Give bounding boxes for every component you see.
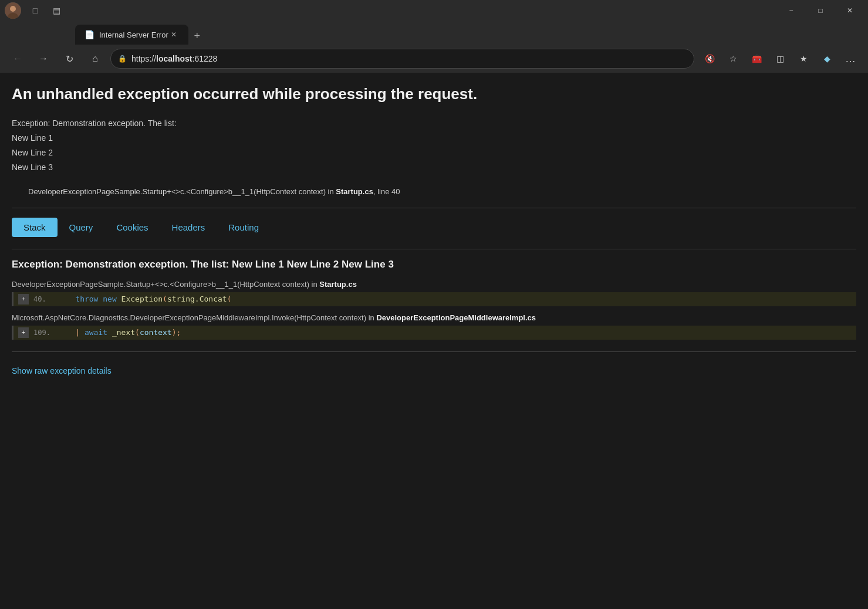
- title-bar: □ ▤ − □ ✕: [0, 0, 868, 21]
- tab-query[interactable]: Query: [58, 218, 105, 237]
- tab-routing[interactable]: Routing: [217, 218, 271, 237]
- back-button[interactable]: ←: [7, 48, 28, 69]
- exception-file: Startup.cs: [336, 187, 373, 196]
- url-port: :61228: [192, 54, 218, 63]
- exception-line-1: New Line 1: [12, 131, 856, 146]
- stack-section: Exception: Demonstration exception. The …: [12, 259, 856, 340]
- maximize-button[interactable]: □: [807, 1, 834, 20]
- home-button[interactable]: ⌂: [85, 48, 106, 69]
- tab-stack[interactable]: Stack: [12, 218, 58, 237]
- fn-concat: string.Concat: [167, 295, 227, 303]
- code-block-2: + 109. | await _next(context);: [12, 326, 856, 340]
- stack-frame-1-location: DeveloperExceptionPageSample.Startup+<>c…: [12, 280, 319, 289]
- exception-prefix: Exception: Demonstration exception. The …: [12, 116, 856, 131]
- tab-menu-button[interactable]: ▤: [47, 2, 66, 19]
- exception-line-number: line 40: [377, 187, 400, 196]
- tab-headers[interactable]: Headers: [160, 218, 217, 237]
- stack-frame-2: Microsoft.AspNetCore.Diagnostics.Develop…: [12, 311, 856, 340]
- code-content-1: throw new Exception(string.Concat(: [57, 295, 231, 303]
- exception-location: DeveloperExceptionPageSample.Startup+<>c…: [28, 187, 856, 196]
- exception-line-2: New Line 2: [12, 146, 856, 160]
- minimize-button[interactable]: −: [778, 1, 805, 20]
- window-controls: − □ ✕: [778, 1, 863, 20]
- code-line-2: + 109. | await _next(context);: [13, 326, 856, 340]
- stack-frame-1: DeveloperExceptionPageSample.Startup+<>c…: [12, 278, 856, 306]
- tab-close-button[interactable]: ✕: [168, 29, 179, 40]
- tab-navigation: Stack Query Cookies Headers Routing: [12, 218, 856, 237]
- copilot-button[interactable]: ◆: [816, 48, 837, 69]
- expand-button-2[interactable]: +: [18, 327, 29, 338]
- code-block-1: + 40. throw new Exception(string.Concat(: [12, 292, 856, 306]
- browser-tab[interactable]: 📄 Internal Server Error ✕: [75, 25, 188, 45]
- divider-1: [12, 208, 856, 208]
- code-content-2: | await _next(context);: [57, 328, 181, 337]
- more-button[interactable]: …: [840, 48, 861, 69]
- stack-exception-title: Exception: Demonstration exception. The …: [12, 259, 856, 270]
- collections-button[interactable]: ★: [793, 48, 814, 69]
- address-bar[interactable]: 🔒 https://localhost:61228: [110, 49, 694, 69]
- keyword-throw: throw: [75, 295, 98, 303]
- extensions-button[interactable]: 🧰: [746, 48, 767, 69]
- show-raw-exception-link[interactable]: Show raw exception details: [12, 366, 112, 375]
- page-content: An unhandled exception occurred while pr…: [0, 73, 868, 542]
- split-view-button[interactable]: ◫: [769, 48, 791, 69]
- tab-bar: 📄 Internal Server Error ✕ +: [0, 21, 868, 45]
- new-tab-button[interactable]: +: [188, 27, 206, 45]
- stack-frame-2-location: Microsoft.AspNetCore.Diagnostics.Develop…: [12, 313, 376, 322]
- stack-frame-1-header: DeveloperExceptionPageSample.Startup+<>c…: [12, 278, 856, 290]
- tab-cookies[interactable]: Cookies: [104, 218, 160, 237]
- fn-exception: Exception: [121, 295, 163, 303]
- tab-title: Internal Server Error: [99, 31, 168, 39]
- svg-point-1: [10, 6, 16, 12]
- exception-location-text: DeveloperExceptionPageSample.Startup+<>c…: [28, 187, 336, 196]
- main-heading: An unhandled exception occurred while pr…: [12, 84, 856, 104]
- divider-3: [12, 351, 856, 352]
- refresh-button[interactable]: ↻: [59, 48, 80, 69]
- keyword-await: await: [85, 328, 107, 337]
- nav-bar: ← → ↻ ⌂ 🔒 https://localhost:61228 🔇 ☆ 🧰 …: [0, 45, 868, 73]
- favorites-button[interactable]: ☆: [722, 48, 744, 69]
- nav-tools: 🔇 ☆ 🧰 ◫ ★ ◆ …: [699, 48, 861, 69]
- close-button[interactable]: ✕: [836, 1, 863, 20]
- divider-2: [12, 249, 856, 249]
- code-line-num-2: 109.: [33, 329, 57, 337]
- keyword-new: new: [103, 295, 116, 303]
- page-icon: 📄: [85, 30, 94, 39]
- forward-button[interactable]: →: [33, 48, 54, 69]
- read-aloud-button[interactable]: 🔇: [699, 48, 720, 69]
- exception-line-3: New Line 3: [12, 160, 856, 175]
- fn-next: _next: [112, 328, 135, 337]
- stack-frame-1-file: Startup.cs: [319, 280, 357, 289]
- stack-frame-2-header: Microsoft.AspNetCore.Diagnostics.Develop…: [12, 311, 856, 323]
- stack-frame-2-file: DeveloperExceptionPageMiddlewareImpl.cs: [376, 313, 536, 322]
- new-window-button[interactable]: □: [26, 2, 45, 19]
- avatar: [5, 2, 21, 19]
- code-line-num-1: 40.: [33, 295, 57, 303]
- expand-button-1[interactable]: +: [18, 294, 29, 304]
- code-line-1: + 40. throw new Exception(string.Concat(: [13, 292, 856, 306]
- browser-chrome: □ ▤ − □ ✕ 📄 Internal Server Error ✕ + ← …: [0, 0, 868, 73]
- lock-icon: 🔒: [118, 55, 127, 63]
- exception-info: Exception: Demonstration exception. The …: [12, 116, 856, 175]
- url-host: localhost: [156, 54, 192, 63]
- url-text: https://localhost:61228: [131, 54, 217, 63]
